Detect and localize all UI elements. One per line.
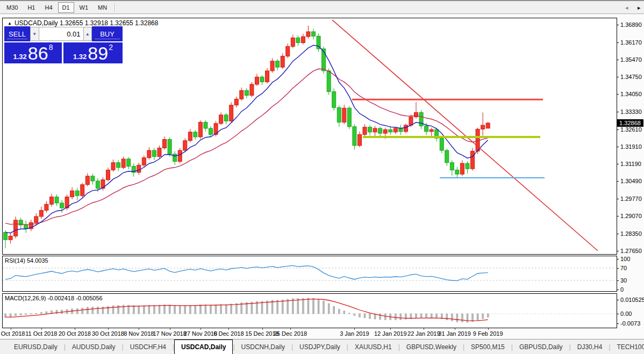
date-axis-label: 20 Oct 2018 (59, 330, 91, 337)
price-axis-label: 1.31910 (620, 143, 642, 150)
one-click-trading-panel: SELL ▼ ▲ BUY 1.32868 1.32892 (4, 26, 123, 63)
bottom-tab-xauusd-h1[interactable]: XAUUSD,H1 (348, 339, 398, 354)
date-tick (170, 328, 170, 330)
rsi-indicator-pane[interactable] (2, 256, 617, 292)
date-tick (75, 328, 75, 330)
date-axis-label: 12 Jan 2019 (374, 330, 407, 337)
price-axis-label: 1.36890 (620, 21, 642, 28)
fast-ma-line (5, 45, 488, 233)
price-axis-label: 1.35470 (620, 56, 642, 63)
timeframe-button-m30[interactable]: M30 (2, 2, 22, 13)
lot-decrease-button[interactable]: ▼ (30, 27, 39, 41)
tab-scroll-right-icon[interactable]: ▸ (638, 0, 641, 15)
bottom-tab-audusd-daily[interactable]: AUDUSD,Daily (66, 339, 122, 354)
price-axis-label-tick (617, 129, 619, 130)
sell-price-pip: 8 (49, 43, 53, 52)
lot-size-stepper: ▼ ▲ (30, 27, 92, 41)
bottom-tab-tech100-h1[interactable]: TECH100,H1 (611, 339, 644, 354)
price-axis-label-tick (617, 216, 619, 216)
price-axis-label-tick (617, 251, 619, 251)
bottom-tab-dj30-h4[interactable]: DJ30,H4 (571, 339, 609, 354)
macd-axis-label: 0.010525 (620, 297, 644, 303)
rsi-axis-label-tick (617, 290, 619, 290)
sell-price-prefix: 1.32 (13, 53, 27, 61)
date-axis: 2 Oct 201811 Oct 201820 Oct 201830 Oct 2… (0, 328, 617, 339)
timeframe-button-d1[interactable]: D1 (58, 2, 74, 13)
bottom-tab-eurusd-daily[interactable]: EURUSD,Daily (8, 339, 64, 354)
rsi-axis-label: 30 (620, 277, 627, 284)
timeframe-button-h1[interactable]: H1 (23, 2, 39, 13)
price-axis-label: 1.32610 (620, 126, 642, 133)
rsi-axis-label: 100 (620, 256, 630, 262)
price-axis-label-tick (617, 94, 619, 95)
timeframe-button-mn[interactable]: MN (94, 2, 111, 13)
date-tick (108, 328, 109, 330)
price-axis-label-tick (617, 77, 619, 77)
chart-tab-bar: EURUSD,Daily|AUDUSD,Daily|USDCHF,H4|USDC… (0, 339, 644, 354)
price-axis-label-tick (617, 25, 619, 25)
rsi-chart[interactable] (3, 256, 617, 291)
buy-button[interactable]: BUY (92, 26, 123, 41)
lot-size-input[interactable] (39, 27, 83, 41)
spinner-down-icon: ▼ (32, 32, 37, 37)
buy-price-prefix: 1.32 (73, 53, 87, 61)
price-axis-label-tick (617, 164, 619, 164)
price-axis-label-tick (617, 199, 619, 199)
bottom-tab-usdcad-daily[interactable]: USDCAD,Daily (174, 339, 233, 354)
macd-axis-label: -0.0073 (620, 320, 640, 327)
spinner-up-icon: ▲ (85, 32, 90, 37)
date-tick (455, 328, 455, 330)
macd-axis-label-tick (617, 314, 619, 314)
date-tick (139, 328, 139, 330)
rsi-axis-label-tick (617, 259, 619, 259)
price-axis-label: 1.30490 (620, 178, 642, 184)
price-axis-label: 1.36170 (620, 39, 642, 46)
date-axis-label: 27 Nov 2018 (184, 330, 217, 337)
timeframe-button-w1[interactable]: W1 (75, 2, 93, 13)
tab-scroll-left-icon[interactable]: ◂ (625, 0, 628, 15)
price-axis-label-tick (617, 60, 619, 60)
date-axis-label: 25 Dec 2018 (274, 330, 307, 337)
date-axis-label: 11 Oct 2018 (25, 330, 57, 337)
bottom-tab-sp500-m15[interactable]: SP500,M15 (464, 339, 511, 354)
bottom-tab-gbpusd-daily[interactable]: GBPUSD,Daily (513, 339, 569, 354)
buy-price-pip: 2 (109, 43, 113, 52)
price-axis-label: 1.28350 (620, 230, 642, 237)
date-tick (201, 328, 201, 330)
date-tick (41, 328, 42, 330)
date-axis-label: 31 Jan 2019 (438, 330, 471, 337)
sell-button[interactable]: SELL (4, 26, 30, 41)
macd-axis-label-tick (617, 300, 619, 300)
rsi-axis-label-tick (617, 280, 619, 281)
toolbar-separator (115, 3, 116, 12)
date-tick (290, 328, 291, 330)
date-axis-label: 17 Nov 2018 (153, 330, 186, 337)
symbol-ohlc-header: ▲USDCAD,Daily 1.32655 1.32918 1.32655 1.… (8, 19, 158, 27)
price-axis-label-tick (617, 181, 619, 182)
mt4-window: M30H1H4D1W1MN ▲USDCAD,Daily 1.32655 1.32… (0, 0, 644, 354)
macd-axis-label: 0.00 (620, 310, 632, 317)
price-axis-label-tick (617, 234, 619, 234)
date-axis-label: 3 Jan 2019 (340, 330, 369, 337)
date-axis-label: 9 Feb 2019 (473, 330, 503, 337)
date-axis-label: 6 Dec 2018 (213, 330, 244, 337)
price-axis-label: 1.27650 (620, 248, 642, 254)
sell-price-box[interactable]: 1.32868 (4, 42, 62, 63)
date-axis-label: 8 Nov 2018 (124, 330, 154, 337)
timeframe-button-h4[interactable]: H4 (40, 2, 56, 13)
buy-price-box[interactable]: 1.32892 (63, 42, 123, 63)
rsi-label: RSI(14) 54.0035 (5, 257, 48, 264)
descending-trendline[interactable] (332, 20, 598, 251)
macd-label: MACD(12,26,9) -0.002418 -0.005056 (5, 295, 103, 301)
bottom-tab-usdcnh-daily[interactable]: USDCNH,Daily (235, 339, 291, 354)
date-tick (424, 328, 424, 330)
lot-increase-button[interactable]: ▲ (83, 27, 92, 41)
date-tick (390, 328, 391, 330)
price-axis-label-tick (617, 112, 619, 112)
price-axis-label: 1.34750 (620, 74, 642, 80)
price-axis-label-tick (617, 147, 619, 147)
bottom-tab-usdjpy-daily[interactable]: USDJPY,Daily (293, 339, 347, 354)
collapse-arrow-icon[interactable]: ▲ (8, 21, 12, 26)
bottom-tab-usdchf-h4[interactable]: USDCHF,H4 (124, 339, 173, 354)
bottom-tab-gbpusd-weekly[interactable]: GBPUSD,Weekly (400, 339, 463, 354)
